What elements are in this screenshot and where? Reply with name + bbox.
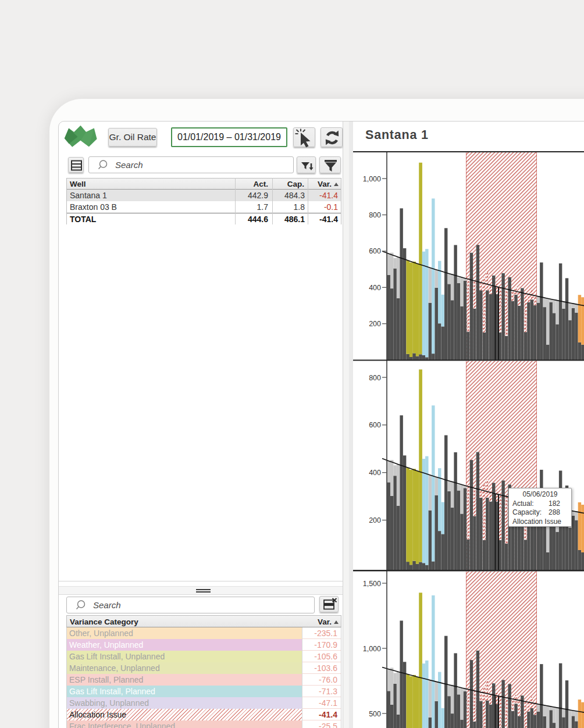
svg-text:600: 600 (369, 421, 381, 429)
svg-text:200: 200 (369, 516, 381, 524)
svg-text:800: 800 (369, 374, 381, 382)
svg-text:1,500: 1,500 (363, 580, 381, 588)
svg-text:800: 800 (369, 211, 381, 219)
svg-text:1,000: 1,000 (363, 174, 381, 183)
svg-text:500: 500 (369, 710, 381, 718)
svg-text:400: 400 (369, 283, 381, 291)
svg-text:200: 200 (369, 320, 381, 328)
svg-text:400: 400 (369, 469, 381, 477)
svg-text:600: 600 (369, 247, 381, 255)
svg-text:1,000: 1,000 (363, 645, 381, 653)
